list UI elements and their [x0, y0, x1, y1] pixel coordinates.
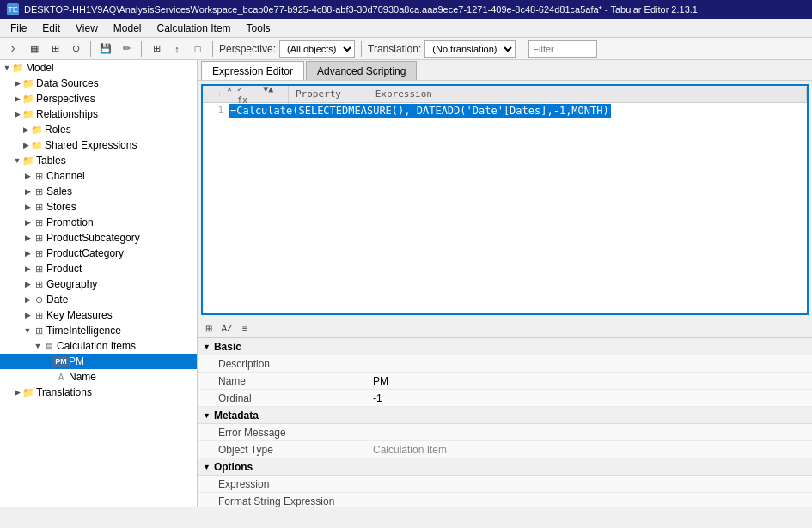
- tree-pm[interactable]: ▶ PM PM: [0, 354, 197, 369]
- menu-calculation-item[interactable]: Calculation Item: [150, 21, 238, 36]
- props-sort-btn[interactable]: ⊞: [201, 321, 217, 337]
- properties-panel: ⊞ AZ ≡ ▼ Basic Description Name PM Ordin…: [198, 319, 812, 507]
- date-toggle[interactable]: ▶: [22, 294, 33, 305]
- tab-expression-editor[interactable]: Expression Editor: [201, 61, 304, 80]
- model-toggle[interactable]: ▼: [2, 63, 12, 73]
- line-number-1: 1: [206, 105, 223, 116]
- tree-label-perspectives: Perspectives: [36, 93, 197, 105]
- tree-label-relationships: Relationships: [36, 108, 197, 120]
- psc-toggle[interactable]: ▶: [22, 233, 33, 243]
- sales-toggle[interactable]: ▶: [22, 186, 33, 197]
- translation-dropdown[interactable]: (No translation): [424, 40, 516, 58]
- tree-model[interactable]: ▼ 📁 Model: [0, 60, 197, 76]
- prop-value-name: PM: [369, 375, 812, 387]
- tree-label-geography: Geography: [46, 278, 197, 290]
- tab-advanced-scripting[interactable]: Advanced Scripting: [306, 61, 417, 80]
- product-toggle[interactable]: ▶: [22, 264, 33, 274]
- tree-label-productsubcategory: ProductSubcategory: [46, 232, 197, 244]
- tree-keymeasures[interactable]: ▶ ⊞ Key Measures: [0, 307, 197, 323]
- expression-text: =Calculate(SELECTEDMEASURE(), DATEADD('D…: [229, 104, 611, 118]
- props-az-btn[interactable]: AZ: [219, 321, 235, 337]
- prop-name-expression: Expression: [198, 478, 369, 490]
- table-btn[interactable]: ▦: [26, 40, 43, 58]
- model-folder-icon: 📁: [12, 62, 24, 74]
- pm-icon: PM: [55, 355, 67, 367]
- tree-shared-expressions[interactable]: ▶ 📁 Shared Expressions: [0, 137, 197, 153]
- sigma-btn[interactable]: Σ: [5, 40, 22, 58]
- tree-name[interactable]: ▶ A Name: [0, 369, 197, 385]
- promotion-toggle[interactable]: ▶: [22, 217, 33, 228]
- section-metadata[interactable]: ▼ Metadata: [198, 407, 812, 424]
- tree-channel[interactable]: ▶ ⊞ Channel: [0, 168, 197, 184]
- stores-toggle[interactable]: ▶: [22, 202, 33, 212]
- menu-file[interactable]: File: [3, 21, 34, 36]
- rel-toggle[interactable]: ▶: [12, 109, 22, 119]
- prop-name-row: Name PM: [198, 373, 812, 390]
- channel-toggle[interactable]: ▶: [22, 171, 33, 181]
- tree-productsubcategory[interactable]: ▶ ⊞ ProductSubcategory: [0, 230, 197, 246]
- geo-toggle[interactable]: ▶: [22, 279, 33, 289]
- tree-product[interactable]: ▶ ⊞ Product: [0, 261, 197, 276]
- menu-view[interactable]: View: [69, 21, 105, 36]
- title-text: DESKTOP-HH1V9AQ\AnalysisServicesWorkspac…: [24, 4, 698, 15]
- circle-btn[interactable]: ⊙: [67, 40, 84, 58]
- channel-icon: ⊞: [33, 170, 45, 182]
- tree-label-model: Model: [26, 62, 197, 74]
- expression-header: ✕ ✓ ▼▲ fx Property Expression: [203, 86, 807, 103]
- tables-toggle[interactable]: ▼: [12, 155, 22, 166]
- filter-input[interactable]: [528, 40, 597, 58]
- section-basic[interactable]: ▼ Basic: [198, 338, 812, 355]
- expression-line-1: 1 =Calculate(SELECTEDMEASURE(), DATEADD(…: [203, 103, 807, 118]
- perspective-label: Perspective:: [219, 43, 276, 55]
- tree-label-date: Date: [46, 294, 197, 306]
- props-toolbar: ⊞ AZ ≡: [198, 319, 812, 338]
- ti-toggle[interactable]: ▼: [22, 325, 33, 336]
- main-toolbar: Σ ▦ ⊞ ⊙ 💾 ✏ ⊞ ↕ □ Perspective: (All obje…: [0, 38, 812, 60]
- persp-toggle[interactable]: ▶: [12, 94, 22, 104]
- tree-perspectives[interactable]: ▶ 📁 Perspectives: [0, 91, 197, 106]
- se-icon: 📁: [31, 139, 43, 151]
- tree-date[interactable]: ▶ ⊙ Date: [0, 292, 197, 307]
- menu-tools[interactable]: Tools: [240, 21, 278, 36]
- ci-toggle[interactable]: ▼: [33, 341, 43, 351]
- ds-toggle[interactable]: ▶: [12, 78, 22, 88]
- sales-icon: ⊞: [33, 185, 45, 197]
- translation-label: Translation:: [368, 43, 421, 55]
- tree-data-sources[interactable]: ▶ 📁 Data Sources: [0, 76, 197, 91]
- perspective-dropdown[interactable]: (All objects): [279, 40, 355, 58]
- km-toggle[interactable]: ▶: [22, 310, 33, 320]
- connect-btn[interactable]: ⊞: [46, 40, 64, 58]
- menu-model[interactable]: Model: [107, 21, 149, 36]
- tree-calculation-items[interactable]: ▼ ▤ Calculation Items: [0, 338, 197, 354]
- image-btn[interactable]: □: [189, 40, 206, 58]
- tree-productcategory[interactable]: ▶ ⊞ ProductCategory: [0, 246, 197, 261]
- tree-translations[interactable]: ▶ 📁 Translations: [0, 385, 197, 400]
- pc-toggle[interactable]: ▶: [22, 248, 33, 258]
- tree-roles[interactable]: ▶ 📁 Roles: [0, 122, 197, 137]
- tree-tables[interactable]: ▼ 📁 Tables: [0, 153, 197, 168]
- expression-editor[interactable]: ✕ ✓ ▼▲ fx Property Expression 1 =Calcula…: [201, 84, 809, 315]
- section-options[interactable]: ▼ Options: [198, 458, 812, 476]
- tree-promotion[interactable]: ▶ ⊞ Promotion: [0, 215, 197, 230]
- tree-timeintelligence[interactable]: ▼ ⊞ TimeIntelligence: [0, 323, 197, 338]
- geo-icon: ⊞: [33, 278, 45, 290]
- tree-stores[interactable]: ▶ ⊞ Stores: [0, 199, 197, 215]
- edit-btn[interactable]: ✏: [118, 40, 135, 58]
- tree-sales[interactable]: ▶ ⊞ Sales: [0, 184, 197, 199]
- se-toggle[interactable]: ▶: [21, 140, 31, 150]
- save-btn[interactable]: 💾: [97, 40, 114, 58]
- tree-label-promotion: Promotion: [46, 216, 197, 228]
- grid-btn[interactable]: ⊞: [148, 40, 165, 58]
- sort-btn[interactable]: ↕: [168, 40, 186, 58]
- trans-icon: 📁: [22, 386, 34, 398]
- prop-error-message: Error Message: [198, 424, 812, 441]
- tree-geography[interactable]: ▶ ⊞ Geography: [0, 276, 197, 292]
- expr-col-expression: Property Expression: [289, 87, 807, 101]
- trans-toggle[interactable]: ▶: [12, 387, 22, 398]
- roles-toggle[interactable]: ▶: [21, 124, 31, 135]
- tree-label-tables: Tables: [36, 155, 197, 167]
- tree-relationships[interactable]: ▶ 📁 Relationships: [0, 106, 197, 122]
- menu-edit[interactable]: Edit: [35, 21, 67, 36]
- props-list-btn[interactable]: ≡: [237, 321, 253, 337]
- prop-value-ordinal: -1: [369, 392, 812, 404]
